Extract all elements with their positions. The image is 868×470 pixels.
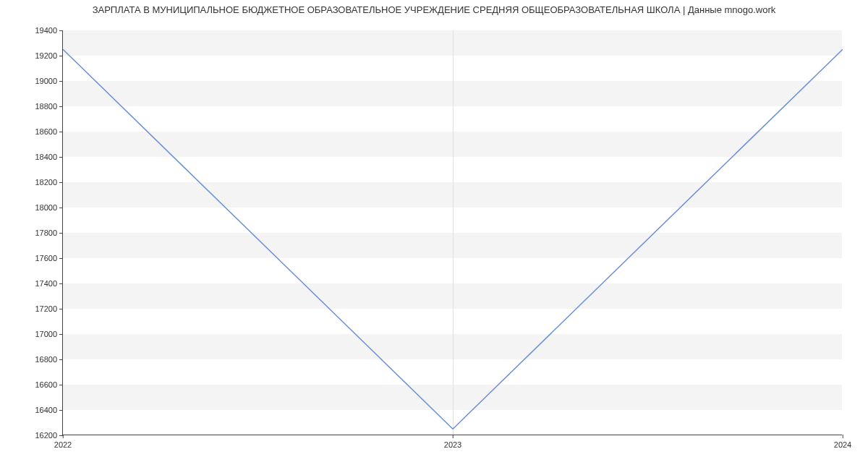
chart-container: ЗАРПЛАТА В МУНИЦИПАЛЬНОЕ БЮДЖЕТНОЕ ОБРАЗ… (0, 0, 868, 470)
y-tick-label: 18400 (35, 153, 63, 161)
y-tick-label: 19000 (35, 77, 63, 85)
y-tick-label: 16600 (35, 380, 63, 389)
plot-area: 1620016400166001680017000172001740017600… (62, 30, 842, 435)
y-tick-label: 18600 (35, 127, 63, 136)
y-tick-label: 18200 (35, 178, 63, 187)
y-tick-label: 18800 (35, 102, 63, 111)
series-line (63, 30, 843, 435)
y-tick-label: 16400 (35, 406, 63, 414)
x-tick-label: 2024 (834, 435, 851, 449)
y-tick-label: 16800 (35, 355, 63, 364)
chart-title: ЗАРПЛАТА В МУНИЦИПАЛЬНОЕ БЮДЖЕТНОЕ ОБРАЗ… (0, 4, 868, 15)
y-tick-label: 17200 (35, 304, 63, 313)
y-tick-label: 18000 (35, 203, 63, 212)
y-tick-label: 17000 (35, 330, 63, 338)
y-tick-label: 17800 (35, 228, 63, 237)
y-tick-label: 17600 (35, 254, 63, 262)
y-tick-label: 19400 (35, 26, 63, 35)
y-tick-label: 17400 (35, 279, 63, 288)
x-tick-label: 2023 (444, 435, 461, 449)
x-tick-label: 2022 (54, 435, 72, 449)
y-tick-label: 19200 (35, 51, 63, 60)
